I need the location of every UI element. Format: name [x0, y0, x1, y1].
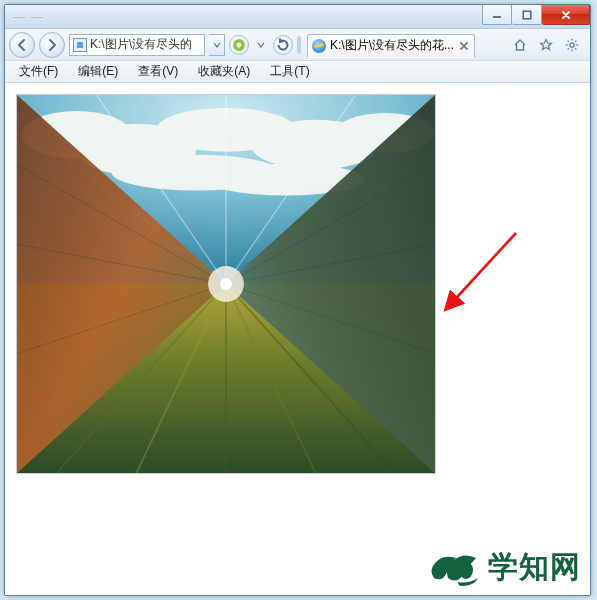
svg-point-43 [220, 278, 232, 290]
menu-bar: 文件(F) 编辑(E) 查看(V) 收藏夹(A) 工具(T) [5, 61, 590, 83]
home-button[interactable] [508, 34, 532, 56]
forward-button[interactable] [39, 32, 65, 58]
address-text: K:\图片\没有尽头的 [90, 36, 192, 53]
title-dash-2: — [31, 10, 43, 24]
toolbar-separator [297, 36, 301, 54]
compat-view-button[interactable] [229, 35, 249, 55]
favorites-button[interactable] [534, 34, 558, 56]
title-dash-1: — [13, 10, 25, 24]
svg-line-10 [575, 48, 576, 49]
tools-button[interactable] [560, 34, 584, 56]
svg-line-11 [575, 40, 576, 41]
address-bar[interactable]: K:\图片\没有尽头的 [69, 34, 205, 56]
menu-favorites[interactable]: 收藏夹(A) [188, 61, 260, 82]
svg-point-45 [459, 561, 473, 579]
tab-close-button[interactable] [458, 40, 470, 52]
refresh-button[interactable] [273, 35, 293, 55]
minimize-button[interactable] [482, 5, 512, 25]
title-hint: — — [5, 5, 43, 28]
nav-toolbar: K:\图片\没有尽头的 K:\图片\没有尽头的花... [5, 29, 590, 61]
annotation-arrow [441, 228, 521, 313]
back-button[interactable] [9, 32, 35, 58]
address-dropdown[interactable] [209, 34, 225, 56]
displayed-image [16, 94, 436, 474]
active-tab[interactable]: K:\图片\没有尽头的花... [307, 34, 475, 58]
nav-right-buttons [506, 34, 586, 56]
ie-icon [312, 39, 326, 53]
svg-rect-1 [523, 11, 531, 19]
titlebar: — — [5, 5, 590, 29]
site-watermark: 学知网 [428, 547, 581, 588]
tab-title: K:\图片\没有尽头的花... [330, 37, 454, 54]
page-icon [73, 38, 87, 52]
content-area: 学知网 [6, 86, 589, 594]
menu-edit[interactable]: 编辑(E) [68, 61, 128, 82]
menu-file[interactable]: 文件(F) [9, 61, 68, 82]
close-button[interactable] [542, 5, 590, 25]
watermark-text: 学知网 [488, 547, 581, 588]
svg-point-4 [570, 42, 574, 46]
svg-line-12 [568, 48, 569, 49]
svg-line-9 [568, 40, 569, 41]
menu-view[interactable]: 查看(V) [128, 61, 188, 82]
tab-strip: K:\图片\没有尽头的花... [307, 32, 502, 58]
compat-dropdown[interactable] [253, 34, 269, 56]
svg-point-3 [237, 42, 242, 47]
ie-window: — — K:\图片\没有尽头的 [4, 4, 591, 596]
leaf-icon [428, 548, 482, 588]
maximize-button[interactable] [512, 5, 542, 25]
window-controls [482, 5, 590, 28]
svg-line-44 [447, 233, 516, 308]
menu-tools[interactable]: 工具(T) [260, 61, 319, 82]
